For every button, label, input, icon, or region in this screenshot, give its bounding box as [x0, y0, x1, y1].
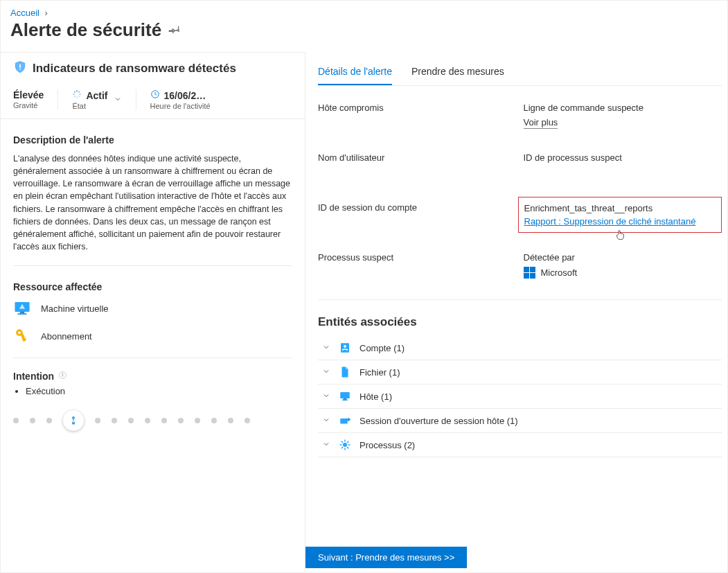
chevron-down-icon — [322, 440, 330, 450]
resource-vm-label: Machine virtuelle — [41, 303, 109, 314]
shield-alert-icon — [13, 60, 27, 77]
resource-sub-row[interactable]: Abonnement — [13, 327, 292, 345]
divider — [318, 299, 722, 300]
info-icon[interactable] — [58, 371, 67, 382]
entity-label: Fichier (1) — [359, 367, 400, 378]
killchain-dot — [195, 418, 200, 423]
field-detected-label: Détectée par — [524, 252, 717, 263]
svg-rect-25 — [340, 392, 350, 398]
svg-line-9 — [79, 91, 80, 93]
field-user-label: Nom d'utilisateur — [318, 152, 511, 163]
svg-point-16 — [18, 331, 21, 334]
svg-point-29 — [343, 443, 347, 447]
svg-rect-1 — [19, 69, 21, 70]
tab-actions[interactable]: Prendre des mesures — [411, 62, 504, 85]
svg-rect-27 — [342, 400, 348, 401]
chevron-down-icon — [322, 343, 330, 353]
spinner-icon — [72, 89, 82, 101]
field-proc-label: Processus suspect — [318, 252, 511, 263]
enrichment-label: Enrichment_tas_threat__reports — [524, 203, 716, 213]
killchain-dot — [30, 418, 35, 423]
entity-label: Processus (2) — [359, 440, 415, 450]
killchain-dot — [128, 418, 134, 423]
svg-line-36 — [341, 447, 343, 448]
entity-row-account[interactable]: Compte (1) — [318, 336, 722, 360]
svg-rect-13 — [18, 313, 27, 315]
field-pid-label: ID de processus suspect — [524, 152, 717, 163]
svg-line-7 — [79, 96, 80, 97]
severity-label: Gravité — [13, 101, 44, 109]
killchain-dot — [161, 418, 167, 423]
vm-icon — [13, 299, 31, 317]
svg-rect-26 — [344, 398, 347, 400]
process-gear-icon — [339, 439, 351, 451]
chevron-down-icon — [322, 367, 330, 378]
resource-sub-label: Abonnement — [41, 331, 92, 342]
breadcrumb-chevron-icon: › — [45, 8, 48, 18]
alert-title: Indicateurs de ransomware détectés — [33, 62, 236, 76]
svg-line-35 — [347, 447, 348, 448]
entity-label: Hôte (1) — [359, 391, 392, 402]
page-title: Alerte de sécurité — [10, 19, 161, 41]
host-icon — [339, 390, 351, 403]
svg-rect-0 — [19, 64, 21, 68]
svg-line-37 — [347, 441, 348, 443]
time-label: Heure de l'activité — [150, 102, 211, 110]
killchain-dot — [211, 418, 217, 423]
time-value: 16/06/2… — [164, 90, 206, 101]
entity-label: Compte (1) — [359, 343, 405, 353]
chevron-down-icon — [322, 416, 330, 426]
killchain-dot — [13, 418, 19, 423]
entity-row-host[interactable]: Hôte (1) — [318, 385, 722, 409]
logon-session-icon — [339, 414, 351, 427]
field-host-label: Hôte compromis — [318, 103, 511, 113]
enrichment-report-link[interactable]: Rapport : Suppression de cliché instanta… — [524, 216, 716, 227]
severity-value: Élevée — [13, 89, 44, 100]
account-icon — [339, 342, 351, 354]
state-label: État — [72, 102, 107, 110]
state-chevron-down-icon[interactable] — [114, 95, 122, 105]
state-value: Actif — [86, 90, 107, 101]
microsoft-logo-icon — [524, 267, 535, 279]
killchain-dot — [46, 418, 52, 423]
breadcrumb-home-link[interactable]: Accueil — [10, 8, 39, 18]
entity-row-logon-session[interactable]: Session d'ouverture de session hôte (1) — [318, 409, 722, 433]
pin-icon[interactable] — [168, 23, 181, 37]
svg-rect-23 — [341, 343, 349, 353]
entity-row-file[interactable]: Fichier (1) — [318, 360, 722, 385]
description-heading: Description de l'alerte — [13, 134, 292, 146]
detected-by-value: Microsoft — [541, 267, 578, 278]
entities-heading: Entités associées — [318, 315, 722, 329]
breadcrumb: Accueil › — [1, 1, 727, 18]
file-icon — [339, 366, 351, 378]
svg-point-24 — [344, 345, 346, 348]
enrichment-highlight-box: Enrichment_tas_threat__reports Rapport :… — [518, 197, 722, 233]
description-text: L'analyse des données hôtes indique une … — [13, 152, 292, 253]
cursor-hand-icon — [614, 228, 625, 244]
svg-line-6 — [74, 91, 76, 93]
resource-vm-row[interactable]: Machine virtuelle — [13, 299, 292, 317]
entity-label: Session d'ouverture de session hôte (1) — [359, 416, 518, 426]
entity-row-process[interactable]: Processus (2) — [318, 433, 722, 457]
intention-item: Exécution — [26, 386, 292, 396]
killchain-track — [13, 406, 292, 435]
killchain-active-step[interactable] — [63, 410, 84, 431]
killchain-dot — [112, 418, 117, 423]
svg-line-34 — [341, 441, 343, 443]
next-take-action-button[interactable]: Suivant : Prendre des mesures >> — [305, 547, 467, 568]
killchain-dot — [228, 418, 233, 423]
tab-details[interactable]: Détails de l'alerte — [318, 62, 392, 85]
killchain-dot — [245, 418, 250, 423]
killchain-dot — [95, 418, 100, 423]
field-session-label: ID de session du compte — [318, 202, 511, 213]
key-icon — [13, 327, 31, 345]
svg-rect-12 — [20, 312, 25, 313]
clock-icon — [150, 89, 160, 101]
divider — [13, 265, 292, 266]
voir-plus-link[interactable]: Voir plus — [524, 117, 558, 129]
svg-point-21 — [62, 373, 63, 374]
intention-list: Exécution — [13, 386, 292, 396]
svg-line-8 — [74, 96, 76, 97]
tabs: Détails de l'alerte Prendre des mesures — [318, 52, 722, 86]
divider — [13, 358, 292, 358]
